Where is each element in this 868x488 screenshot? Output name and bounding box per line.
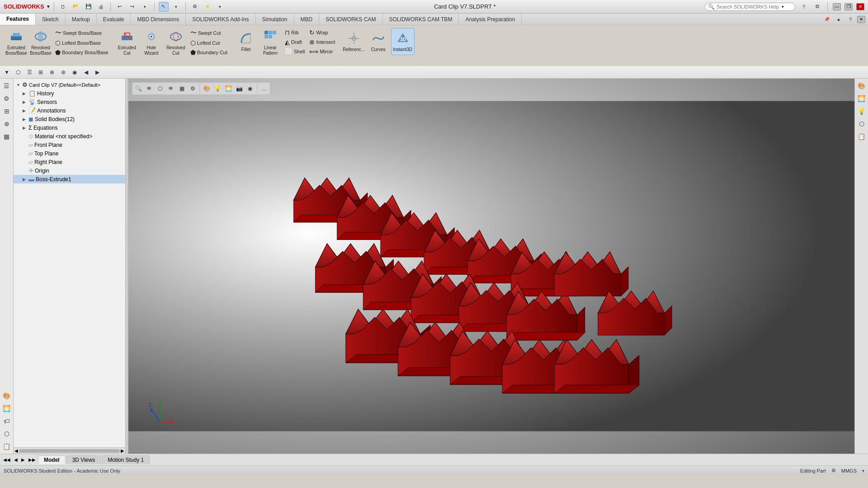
bottom-tab-3d-views[interactable]: 3D Views bbox=[66, 455, 101, 464]
tree-item-material[interactable]: ⊙ Material <not specified> bbox=[14, 132, 125, 141]
tree-item-annotations[interactable]: ▶ 📝 Annotations bbox=[14, 106, 125, 115]
references-button[interactable]: Referenc... bbox=[342, 28, 366, 55]
tree-item-front-plane[interactable]: ▱ Front Plane bbox=[14, 141, 125, 149]
tab-nav-next[interactable]: ▶ bbox=[20, 457, 26, 462]
tree-item-top-plane[interactable]: ▱ Top Plane bbox=[14, 149, 125, 158]
feature-manager-icon[interactable]: ☰ bbox=[1, 80, 12, 91]
tab-nav-prev[interactable]: ◀ bbox=[13, 457, 19, 462]
save-button[interactable]: 💾 bbox=[84, 2, 94, 12]
property-manager-icon2[interactable]: ⚙ bbox=[1, 93, 12, 104]
revolved-cut-button[interactable]: Revolved Cut bbox=[164, 28, 188, 57]
search-box[interactable]: 🔍 ▾ bbox=[705, 3, 795, 11]
wrap-button[interactable]: ↻ Wrap bbox=[307, 28, 337, 37]
ribbon-close-icon[interactable]: ✕ bbox=[857, 16, 865, 23]
config-manager-icon[interactable]: ⊞ bbox=[36, 67, 46, 77]
lofted-cut-button[interactable]: ⬡ Lofted Cut bbox=[189, 38, 229, 47]
config-icon[interactable]: ⊞ bbox=[1, 106, 12, 117]
tab-mbd-dimensions[interactable]: MBD Dimensions bbox=[131, 14, 186, 25]
dim-xpert-icon[interactable]: ⊕ bbox=[1, 118, 12, 129]
tree-item-right-plane[interactable]: ▱ Right Plane bbox=[14, 158, 125, 166]
tab-simulation[interactable]: Simulation bbox=[256, 14, 294, 25]
curves-button[interactable]: Curves bbox=[367, 28, 390, 55]
solid-bodies-expand[interactable]: ▶ bbox=[23, 117, 27, 122]
right-icon-4[interactable]: ⬡ bbox=[856, 118, 867, 129]
equations-expand[interactable]: ▶ bbox=[23, 126, 27, 130]
intersect-button[interactable]: ⊗ Intersect bbox=[307, 38, 337, 47]
tree-item-boss-extrude1[interactable]: ▶ ▬ Boss-Extrude1 bbox=[14, 175, 125, 183]
tab-solidworks-addins[interactable]: SOLIDWORKS Add-Ins bbox=[186, 14, 255, 25]
bottom-tab-model[interactable]: Model bbox=[38, 455, 66, 464]
undo-arrow[interactable]: ▾ bbox=[140, 2, 150, 12]
open-button[interactable]: 📂 bbox=[71, 2, 81, 12]
boundary-boss-base-button[interactable]: ⬟ Boundary Boss/Base bbox=[53, 48, 110, 57]
tab-solidworks-cam-tbm[interactable]: SOLIDWORKS CAM TBM bbox=[383, 14, 459, 25]
lofted-boss-base-button[interactable]: ⬡ Lofted Boss/Base bbox=[53, 38, 110, 47]
print-button[interactable]: 🖨 bbox=[96, 2, 106, 12]
new-button[interactable]: 🗋 bbox=[58, 2, 68, 12]
tab-solidworks-cam[interactable]: SOLIDWORKS CAM bbox=[319, 14, 382, 25]
dim-expert-icon[interactable]: ⊕ bbox=[47, 67, 57, 77]
bottom-tab-motion-study[interactable]: Motion Study 1 bbox=[102, 455, 150, 464]
tree-item-sensors[interactable]: ▶ 📡 Sensors bbox=[14, 98, 125, 106]
tab-nav-first[interactable]: ◀◀ bbox=[2, 457, 12, 462]
tab-analysis-preparation[interactable]: Analysis Preparation bbox=[459, 14, 522, 25]
filter-icon[interactable]: ▼ bbox=[2, 67, 12, 77]
extruded-boss-base-button[interactable]: Extruded Boss/Base bbox=[5, 28, 28, 57]
next-icon[interactable]: ▶ bbox=[92, 67, 102, 77]
viewport[interactable]: 🔍 👁 ⬡ 👁 ▦ ⚙ 🎨 💡 🌅 📷 ◉ … bbox=[128, 79, 854, 454]
tree-item-equations[interactable]: ▶ Σ Equations bbox=[14, 123, 125, 132]
sensors-expand[interactable]: ▶ bbox=[23, 100, 27, 104]
horizontal-scrollbar[interactable]: ◀ ▶ bbox=[14, 447, 125, 454]
task-pane-icon[interactable]: 📋 bbox=[1, 441, 12, 452]
3d-content-icon[interactable]: ⬡ bbox=[1, 428, 12, 439]
ribbon-pin-icon[interactable]: 📌 bbox=[822, 14, 832, 24]
status-icon[interactable]: ⚙ bbox=[831, 468, 836, 474]
annotations-expand[interactable]: ▶ bbox=[23, 108, 27, 113]
root-expand-arrow[interactable]: ▼ bbox=[16, 83, 21, 87]
search-input[interactable] bbox=[717, 4, 780, 9]
options-button[interactable]: ⚡ bbox=[203, 2, 212, 12]
display-pane-icon2[interactable]: ▦ bbox=[1, 131, 12, 142]
view-selector-icon[interactable]: ⬡ bbox=[13, 67, 23, 77]
maximize-button[interactable]: ❐ bbox=[844, 3, 853, 10]
swept-boss-base-button[interactable]: 〜 Swept Boss/Base bbox=[53, 28, 110, 38]
right-icon-2[interactable]: 🌅 bbox=[856, 93, 867, 104]
prev-icon[interactable]: ◀ bbox=[81, 67, 91, 77]
fillet-button[interactable]: Fillet bbox=[234, 28, 258, 55]
help-icon[interactable]: ? bbox=[799, 2, 809, 12]
undo-button[interactable]: ↩ bbox=[115, 2, 125, 12]
ribbon-collapse-icon[interactable]: ▲ bbox=[834, 14, 844, 24]
tab-sketch[interactable]: Sketch bbox=[36, 14, 66, 25]
boss-extrude1-expand[interactable]: ▶ bbox=[23, 177, 27, 182]
select-arrow[interactable]: ▾ bbox=[171, 2, 181, 12]
extruded-cut-button[interactable]: Extruded Cut bbox=[115, 28, 139, 57]
boundary-cut-button[interactable]: ⬟ Boundary Cut bbox=[189, 48, 229, 57]
minimize-button[interactable]: — bbox=[833, 3, 841, 10]
right-icon-3[interactable]: 💡 bbox=[856, 106, 867, 117]
customize-arrow[interactable]: ▾ bbox=[215, 2, 225, 12]
tree-root[interactable]: ▼ ⚙ Card Clip V7 (Default<<Default> bbox=[14, 80, 125, 89]
rebuild-button[interactable]: ⚙ bbox=[190, 2, 200, 12]
titlebar-menu-arrow[interactable]: ▾ bbox=[47, 4, 50, 9]
tab-evaluate[interactable]: Evaluate bbox=[97, 14, 131, 25]
history-expand[interactable]: ▶ bbox=[23, 91, 27, 96]
tab-nav-last[interactable]: ▶▶ bbox=[27, 457, 37, 462]
tree-item-origin[interactable]: ✛ Origin bbox=[14, 166, 125, 175]
revolved-boss-base-button[interactable]: Revolved Boss/Base bbox=[29, 28, 52, 57]
right-icon-5[interactable]: 📋 bbox=[856, 131, 867, 142]
mirror-button[interactable]: ⟺ Mirror bbox=[307, 47, 337, 56]
close-button[interactable]: ✕ bbox=[856, 3, 864, 10]
redo-button[interactable]: ↪ bbox=[127, 2, 137, 12]
search-dropdown[interactable]: ▾ bbox=[782, 5, 784, 9]
tab-mbd[interactable]: MBD bbox=[294, 14, 320, 25]
tree-item-solid-bodies[interactable]: ▶ ◼ Solid Bodies(12) bbox=[14, 115, 125, 123]
scroll-left[interactable]: ◀ bbox=[14, 448, 18, 453]
draft-button[interactable]: ◭ Draft bbox=[283, 38, 307, 47]
appearance-icon[interactable]: ◉ bbox=[70, 67, 80, 77]
property-manager-icon[interactable]: ☰ bbox=[24, 67, 34, 77]
select-button[interactable]: ↖ bbox=[159, 2, 169, 12]
tab-markup[interactable]: Markup bbox=[66, 14, 97, 25]
ribbon-help-icon[interactable]: ? bbox=[845, 14, 855, 24]
decals-icon[interactable]: 🏷 bbox=[1, 416, 12, 427]
instant3d-button[interactable]: 3D Instant3D bbox=[391, 28, 415, 55]
